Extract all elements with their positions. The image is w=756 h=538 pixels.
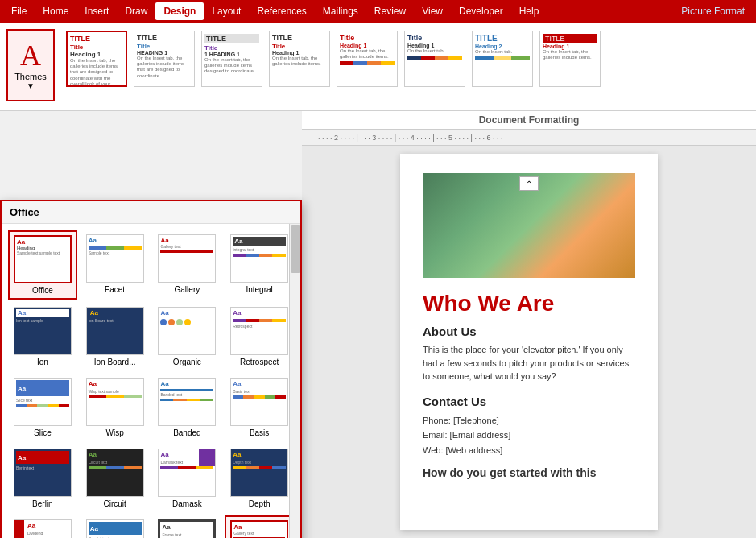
dropdown-header: Office [2, 201, 300, 224]
theme-office[interactable]: Aa Heading Sample text sample text Offic… [8, 230, 77, 300]
ruler: · · · · 2 · · · · | · · · 3 · · · · | · … [302, 130, 756, 146]
contact-info: Phone: [Telephone] Email: [Email address… [423, 413, 635, 458]
theme-facet[interactable]: Aa Sample text Facet [81, 230, 150, 300]
menu-layout[interactable]: Layout [204, 2, 249, 20]
menu-references[interactable]: References [249, 2, 314, 20]
main-area: Office Aa Heading Sample text sample tex… [0, 111, 756, 538]
theme-thumbnail-strip: TITLE Title Heading 1 On the Insert tab,… [61, 26, 756, 110]
about-us-heading: About Us [423, 325, 635, 338]
menu-review[interactable]: Review [366, 2, 414, 20]
ribbon-thumb-5[interactable]: Title Heading 1 On the Insert tab, the g… [335, 29, 399, 89]
themes-dropdown: Office Aa Heading Sample text sample tex… [0, 200, 302, 538]
doc-bottom-text: How do you get started with this [423, 466, 635, 479]
theme-gallery-2[interactable]: Aa Gallery text Gallery Gallery [225, 515, 294, 538]
theme-frame[interactable]: Aa Frame text Frame [153, 515, 222, 538]
theme-office-label: Office [32, 286, 53, 295]
theme-organic[interactable]: Aa Organic [153, 303, 222, 370]
theme-wisp[interactable]: Aa Wisp text sample Wisp [81, 374, 150, 441]
about-us-text: This is the place for your 'elevator pit… [423, 343, 635, 383]
theme-dividend[interactable]: Aa Dividend Dividend [8, 515, 77, 538]
theme-basis-label: Basis [250, 428, 269, 437]
doc-area: Document Formatting · · · · 2 · · · · | … [302, 111, 756, 538]
theme-integral-label: Integral [246, 285, 272, 294]
theme-ion-boardroom[interactable]: Aa Ion Board text Ion Board... [81, 303, 150, 370]
theme-depth[interactable]: Aa Depth text Depth [225, 445, 294, 512]
collapse-icon[interactable]: ⌃ [519, 176, 539, 191]
ribbon-thumb-3[interactable]: TITLE Title 1 HEADING 1 On the Insert ta… [200, 29, 264, 89]
themes-grid: Aa Heading Sample text sample text Offic… [2, 224, 300, 538]
theme-banded-label: Banded [173, 428, 200, 437]
contact-us-heading: Contact Us [423, 395, 635, 408]
ribbon-thumb-6[interactable]: Title Heading 1 On the Insert tab. [403, 29, 467, 89]
left-panel: Office Aa Heading Sample text sample tex… [0, 111, 302, 538]
themes-arrow-icon: ▼ [27, 81, 35, 90]
theme-circuit[interactable]: Aa Circuit text Circuit [81, 445, 150, 512]
document-formatting-header: Document Formatting [302, 111, 756, 130]
scrollbar-thumb[interactable] [291, 225, 300, 273]
theme-wisp-label: Wisp [106, 428, 124, 437]
theme-integral[interactable]: Aa Integral text Integral [225, 230, 294, 300]
menu-view[interactable]: View [414, 2, 451, 20]
theme-basis[interactable]: Aa Basis text Basis [225, 374, 294, 441]
themes-button[interactable]: A Themes ▼ [6, 29, 55, 101]
ribbon-thumb-1[interactable]: TITLE Title Heading 1 On the Insert tab,… [64, 29, 129, 89]
doc-image: ⌃ [423, 173, 635, 278]
menu-design[interactable]: Design [155, 2, 204, 20]
who-we-are-heading: Who We Are [423, 291, 635, 317]
menubar: File Home Insert Draw Design Layout Refe… [0, 0, 756, 23]
theme-damask-label: Damask [172, 499, 202, 508]
doc-page: ⌃ Who We Are About Us This is the place … [400, 154, 658, 530]
themes-label: Themes [14, 72, 47, 81]
theme-droplet[interactable]: Aa Droplet text Droplet [81, 515, 150, 538]
contact-web: Web: [Web address] [423, 443, 635, 458]
theme-facet-label: Facet [105, 285, 125, 294]
theme-circuit-label: Circuit [103, 499, 126, 508]
themes-icon: A [20, 41, 41, 70]
contact-email: Email: [Email address] [423, 428, 635, 443]
ribbon-thumb-2[interactable]: TITLE Title HEADING 1 On the Insert tab,… [132, 29, 196, 89]
theme-damask[interactable]: Aa Damask text Damask [153, 445, 222, 512]
menu-picture-format[interactable]: Picture Format [673, 2, 753, 20]
menu-help[interactable]: Help [511, 2, 547, 20]
menu-file[interactable]: File [3, 2, 35, 20]
contact-phone: Phone: [Telephone] [423, 413, 635, 428]
theme-ion[interactable]: Aa Ion text sample Ion [8, 303, 77, 370]
doc-content: ⌃ Who We Are About Us This is the place … [302, 146, 756, 538]
theme-berlin-label: Berlin [32, 499, 53, 508]
ribbon-thumb-7[interactable]: TITLE Heading 2 On the Insert tab. [470, 29, 535, 89]
menu-mailings[interactable]: Mailings [315, 2, 366, 20]
theme-banded[interactable]: Aa Banded text Banded [153, 374, 222, 441]
menu-insert[interactable]: Insert [76, 2, 117, 20]
theme-ion-boardroom-label: Ion Board... [94, 358, 136, 366]
themes-section: A Themes ▼ [0, 26, 61, 110]
theme-gallery-label: Gallery [175, 285, 200, 294]
theme-organic-label: Organic [173, 358, 201, 366]
theme-gallery[interactable]: Aa Gallery text Gallery [153, 230, 222, 300]
themes-scrollbar[interactable] [289, 224, 300, 538]
theme-slice-label: Slice [34, 428, 52, 437]
theme-ion-label: Ion [37, 358, 48, 366]
menu-home[interactable]: Home [35, 2, 76, 20]
theme-slice[interactable]: Aa Slice text Slice [8, 374, 77, 441]
theme-retrospect-label: Retrospect [240, 358, 279, 366]
ribbon-thumb-8[interactable]: TITLE Heading 1 On the Insert tab, the g… [538, 29, 602, 89]
theme-berlin[interactable]: Aa Berlin text Berlin [8, 445, 77, 512]
ribbon: A Themes ▼ TITLE Title Heading 1 On the … [0, 23, 756, 111]
ribbon-thumb-4[interactable]: TITLE Title Heading 1 On the Insert tab,… [267, 29, 332, 89]
menu-draw[interactable]: Draw [117, 2, 155, 20]
menu-developer[interactable]: Developer [451, 2, 511, 20]
theme-depth-label: Depth [249, 499, 271, 508]
theme-retrospect[interactable]: Aa Retrospect Retrospect [225, 303, 294, 370]
